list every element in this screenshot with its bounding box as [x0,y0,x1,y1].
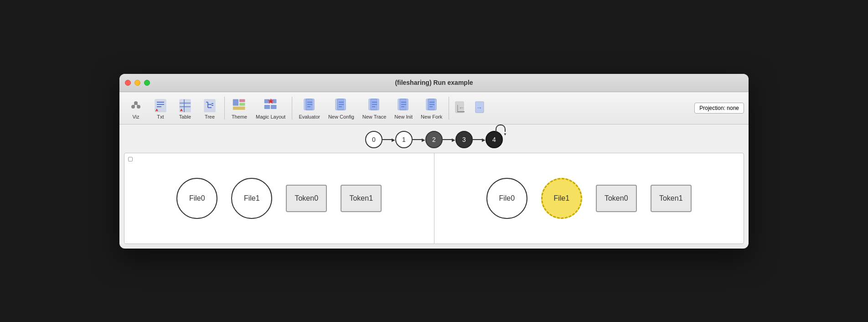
right-token1-node[interactable]: Token1 [651,185,692,212]
right-nodes-container: File0 File1 Token0 Token1 [486,178,692,219]
main-window: (filesharing) Run example Viz [119,74,749,249]
viz-label: Viz [132,114,139,119]
new-init-button[interactable]: New Init [391,95,416,121]
theme-button[interactable]: Theme [227,95,251,121]
viz-button[interactable]: Viz [124,95,148,121]
new-fork-icon [424,97,440,113]
magic-layout-button[interactable]: Magic Layout [252,95,289,121]
txt-button[interactable]: A Txt [149,95,172,121]
main-content: 0 1 2 3 [119,125,749,244]
viz-icon [128,97,144,113]
nav-forward-button[interactable]: → [471,98,489,118]
evaluator-button[interactable]: Evaluator [295,95,323,121]
right-panel: File0 File1 Token0 Token1 [434,153,744,244]
window-title: (filesharing) Run example [395,79,473,86]
tree-button[interactable]: Tree [198,95,222,121]
new-trace-label: New Trace [362,114,387,119]
trace-node-2[interactable]: 2 [425,131,443,148]
svg-rect-28 [264,105,269,109]
svg-rect-24 [239,103,245,105]
left-nodes-container: File0 File1 Token0 Token1 [176,178,382,219]
nav-back-button[interactable]: |← [452,98,470,118]
evaluator-label: Evaluator [299,114,320,119]
theme-label: Theme [232,114,247,119]
panels-row: File0 File1 Token0 Token1 [124,153,744,244]
left-token0-node[interactable]: Token0 [286,185,327,212]
new-fork-button[interactable]: New Fork [417,95,446,121]
table-label: Table [179,114,191,119]
new-trace-button[interactable]: New Trace [359,95,390,121]
left-panel: File0 File1 Token0 Token1 [124,153,434,244]
close-button[interactable] [125,80,131,86]
magic-layout-label: Magic Layout [256,114,285,119]
new-config-button[interactable]: New Config [325,95,358,121]
new-config-label: New Config [328,114,354,119]
titlebar: (filesharing) Run example [119,74,749,92]
left-panel-indicator [128,157,133,161]
svg-text:A: A [155,108,158,112]
right-file0-node[interactable]: File0 [486,178,527,219]
new-config-icon [333,97,349,113]
txt-icon: A [152,97,169,113]
svg-rect-22 [233,99,238,105]
trace-node-3[interactable]: 3 [455,131,473,148]
trace-nodes: 0 1 2 3 [365,131,503,148]
svg-rect-25 [233,106,245,109]
magic-layout-icon [263,97,279,113]
maximize-button[interactable] [144,80,150,86]
left-file0-node[interactable]: File0 [176,178,217,219]
new-trace-icon [366,97,382,113]
minimize-button[interactable] [134,80,140,86]
svg-rect-29 [271,105,276,109]
separator-2 [292,97,292,119]
projection-button[interactable]: Projection: none [694,103,744,114]
new-fork-label: New Fork [421,114,442,119]
trace-node-4[interactable]: 4 [486,131,503,148]
evaluator-icon [301,97,318,113]
table-icon: A [177,97,193,113]
separator-1 [224,97,225,119]
trace-row: 0 1 2 3 [119,125,749,153]
trace-node-0[interactable]: 0 [365,131,382,148]
trace-node-1[interactable]: 1 [395,131,413,148]
self-loop-indicator [496,125,506,132]
left-token1-node[interactable]: Token1 [341,185,382,212]
svg-text:|←: |← [457,104,465,111]
svg-rect-15 [204,99,215,112]
txt-label: Txt [157,114,164,119]
separator-3 [449,97,449,119]
theme-icon [231,97,248,113]
right-token0-node[interactable]: Token0 [596,185,637,212]
svg-text:A: A [180,108,183,112]
right-file1-node[interactable]: File1 [541,178,582,219]
tree-label: Tree [205,114,215,119]
toolbar: Viz A Txt [119,92,749,125]
left-file1-node[interactable]: File1 [231,178,272,219]
traffic-lights [125,80,150,86]
tree-icon [202,97,218,113]
svg-text:→: → [476,104,482,111]
table-button[interactable]: A Table [173,95,197,121]
new-init-label: New Init [394,114,413,119]
svg-rect-23 [239,99,245,102]
new-init-icon [395,97,412,113]
